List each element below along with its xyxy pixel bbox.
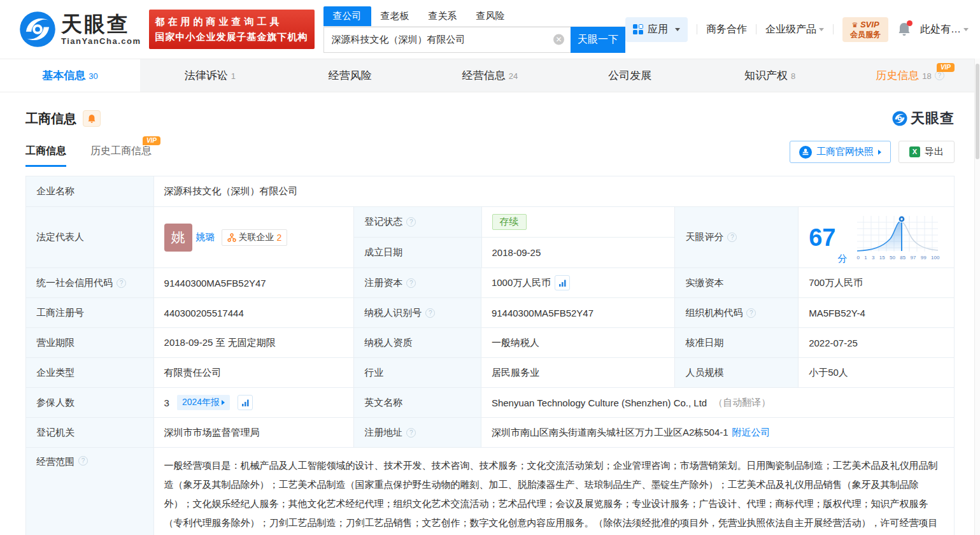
scope-label-cell: 经营范围 (26, 448, 153, 535)
svip-member-badge[interactable]: ♛ SVIP 会员服务 (842, 17, 888, 42)
excel-icon: X (909, 146, 920, 157)
term-label: 营业期限 (26, 328, 153, 357)
insured-value: 3 (164, 397, 169, 408)
en-name-cell: Shenyuan Technology Culture (Shenzhen) C… (481, 388, 954, 417)
help-icon[interactable] (727, 232, 737, 242)
tab-count: 18 (922, 71, 931, 81)
section-title: 工商信息 (25, 110, 76, 127)
subtab-history-registration[interactable]: VIP 历史工商信息 (90, 145, 152, 167)
en-name-value: Shenyuan Technology Culture (Shenzhen) C… (492, 397, 707, 408)
subtab-row: 工商信息 VIP 历史工商信息 工商官网快照 X 导出 (0, 128, 980, 167)
promo-line2: 国家中小企业发展子基金旗下机构 (155, 29, 308, 45)
help-icon[interactable] (406, 428, 416, 438)
subtab-business-registration[interactable]: 工商信息 (25, 145, 66, 167)
industry-value: 居民服务业 (481, 358, 675, 387)
table-row-company-name: 企业名称 深源科技文化（深圳）有限公司 (26, 176, 954, 206)
user-menu[interactable]: 此处有… (920, 23, 969, 36)
table-row-registry: 登记机关 深圳市市场监督管理局 注册地址 深圳市南山区南头街道南头城社区万力工业… (26, 417, 954, 447)
score-distribution-chart[interactable]: 0131550859799100 (855, 215, 939, 260)
nearby-companies-link[interactable]: 附近公司 (732, 427, 771, 439)
header-nav: 应用 商务合作 企业级产品 ♛ SVIP 会员服务 此处有… (625, 17, 969, 42)
tab-label: 基本信息 (42, 68, 85, 83)
establish-date-label: 成立日期 (354, 238, 481, 268)
table-row-term: 营业期限 2018-09-25 至 无固定期限 纳税人资质 一般纳税人 核准日期… (26, 327, 954, 357)
help-icon[interactable] (746, 308, 756, 318)
industry-label: 行业 (353, 358, 481, 387)
search-button[interactable]: 天眼一下 (571, 27, 625, 53)
search-input[interactable] (323, 27, 571, 53)
tab-business-info[interactable]: 经营信息24 (420, 59, 560, 92)
insured-trend-icon[interactable] (238, 395, 253, 410)
tab-history-info[interactable]: VIP 历史信息18 (840, 59, 980, 92)
tab-count: 1 (231, 71, 236, 81)
export-label: 导出 (925, 146, 944, 158)
help-icon[interactable] (406, 278, 416, 288)
clear-search-icon[interactable]: ✕ (553, 34, 564, 45)
tab-label: 知识产权 (744, 68, 788, 83)
search-tab-relation[interactable]: 查关系 (419, 6, 467, 26)
company-type-value: 有限责任公司 (153, 358, 354, 387)
capital-trend-icon[interactable] (555, 275, 570, 290)
tab-count: 8 (791, 71, 795, 81)
help-icon[interactable] (406, 217, 416, 227)
related-companies-badge[interactable]: 关联企业 2 (222, 229, 288, 246)
help-icon[interactable] (117, 278, 126, 288)
notification-bell-icon[interactable] (897, 22, 911, 37)
address-label-cell: 注册地址 (353, 418, 481, 447)
table-row-uscc: 统一社会信用代码 91440300MA5FB52Y47 注册资本 1000万人民… (26, 268, 954, 297)
user-name: 此处有… (920, 24, 961, 34)
staff-size-value: 小于50人 (798, 358, 954, 387)
search-tab-risk[interactable]: 查风险 (467, 6, 515, 26)
tab-operating-risk[interactable]: 经营风险 (280, 59, 420, 92)
org-code-label-cell: 组织机构代码 (674, 298, 798, 327)
establish-date-value: 2018-09-25 (481, 238, 675, 268)
term-value: 2018-09-25 至 无固定期限 (153, 328, 354, 357)
nav-cooperation[interactable]: 商务合作 (706, 23, 747, 36)
crown-icon: ♛ (851, 21, 858, 29)
table-row-regno: 工商注册号 440300205517444 纳税人识别号 91440300MA5… (26, 297, 954, 327)
tab-intellectual-property[interactable]: 知识产权8 (700, 59, 840, 92)
status-date-group: 登记状态 存续 成立日期 2018-09-25 (353, 207, 674, 268)
help-icon[interactable] (425, 308, 435, 318)
org-structure-icon (227, 233, 236, 242)
watermark-text: 天眼查 (911, 109, 955, 128)
brand-text: 天眼查 TianYanCha.com (61, 13, 141, 46)
help-icon[interactable] (78, 456, 88, 466)
search-tab-boss[interactable]: 查老板 (371, 6, 419, 26)
export-button[interactable]: X 导出 (898, 141, 955, 163)
subscribe-bell-icon[interactable] (83, 110, 101, 127)
legal-rep-link[interactable]: 姚璐 (196, 231, 215, 243)
registry-value: 深圳市市场监督管理局 (153, 418, 354, 447)
help-icon[interactable] (935, 71, 944, 80)
chevron-down-icon (675, 28, 680, 31)
scrollbar-thumb[interactable] (976, 64, 979, 159)
chevron-down-icon (819, 28, 824, 31)
address-label: 注册地址 (364, 427, 402, 439)
apps-menu[interactable]: 应用 (625, 17, 688, 42)
uscc-label-cell: 统一社会信用代码 (26, 268, 153, 297)
company-nav-tabs: 基本信息30 法律诉讼1 经营风险 经营信息24 公司发展 知识产权8 VIP … (0, 59, 980, 92)
search-row: ✕ 天眼一下 (323, 27, 625, 53)
score-value: 67 (809, 225, 835, 250)
company-name-label: 企业名称 (26, 176, 153, 206)
table-row-scope: 经营范围 一般经营项目是：机械产品及人工智能领域的设计、技术开发、技术咨询、技术… (26, 447, 954, 535)
score-cell[interactable]: 67 分 (798, 207, 954, 268)
tab-count: 24 (509, 71, 518, 81)
tianyancha-logo[interactable]: 天眼查 TianYanCha.com (19, 11, 141, 48)
tab-company-development[interactable]: 公司发展 (560, 59, 700, 92)
divider (833, 24, 834, 34)
tab-basic-info[interactable]: 基本信息30 (0, 59, 140, 92)
brand-cn: 天眼查 (61, 13, 141, 35)
search-tab-company[interactable]: 查公司 (323, 6, 371, 26)
official-snapshot-button[interactable]: 工商官网快照 (790, 141, 891, 163)
score-label: 天眼评分 (685, 231, 723, 243)
taxpayer-quality-value: 一般纳税人 (481, 328, 675, 357)
uscc-label: 统一社会信用代码 (36, 277, 113, 289)
annual-report-chip[interactable]: 2024年报 (177, 395, 230, 410)
tab-legal-litigation[interactable]: 法律诉讼1 (140, 59, 280, 92)
registry-label: 登记机关 (26, 418, 153, 447)
brand-domain: TianYanCha.com (61, 36, 141, 46)
nav-enterprise[interactable]: 企业级产品 (765, 23, 824, 36)
insured-cell: 3 2024年报 (153, 388, 354, 417)
avatar[interactable]: 姚 (164, 224, 192, 252)
